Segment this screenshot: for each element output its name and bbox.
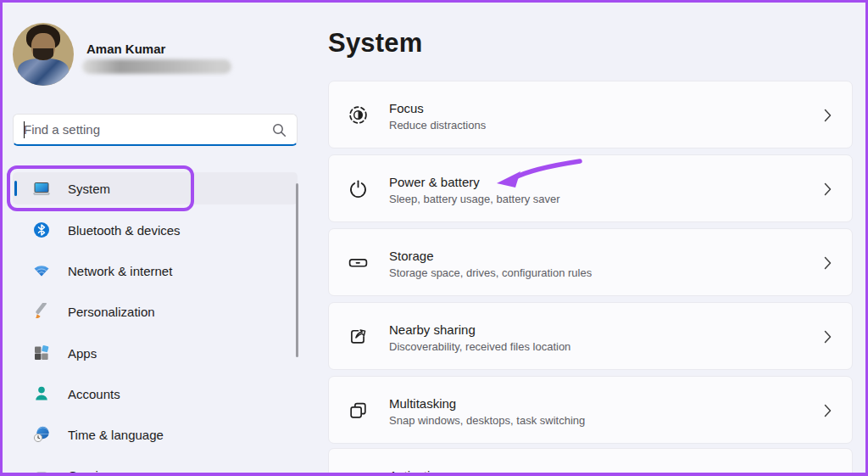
chevron-right-icon (824, 404, 832, 421)
sidebar-item-label: Gaming (68, 468, 113, 476)
sidebar-item-bluetooth-devices[interactable]: Bluetooth & devices (13, 214, 298, 246)
sidebar-scrollbar[interactable] (296, 183, 298, 357)
multitasking-icon (348, 400, 369, 421)
sidebar-item-label: Network & internet (68, 264, 172, 278)
card-subtitle: Storage space, drives, configuration rul… (389, 266, 592, 281)
card-subtitle: Reduce distractions (389, 118, 486, 133)
apps-icon (33, 344, 50, 361)
search-input[interactable] (24, 115, 261, 144)
selected-accent-bar (14, 181, 17, 196)
accounts-icon (33, 385, 50, 402)
time-language-icon (33, 426, 50, 443)
card-title: Activation (389, 468, 444, 476)
user-name: Aman Kumar (86, 42, 165, 56)
card-storage[interactable]: Storage Storage space, drives, configura… (328, 228, 853, 296)
sidebar-item-gaming[interactable]: Gaming (13, 459, 298, 476)
card-title: Power & battery (389, 174, 480, 191)
sidebar-item-apps[interactable]: Apps (13, 337, 298, 369)
card-title: Multitasking (389, 395, 456, 412)
card-power-battery[interactable]: Power & battery Sleep, battery usage, ba… (328, 154, 853, 222)
storage-icon (348, 252, 369, 273)
card-title: Storage (389, 248, 434, 265)
card-subtitle: Discoverability, received files location (389, 339, 570, 355)
bluetooth-icon (33, 221, 50, 238)
gaming-icon (33, 467, 50, 476)
activation-icon (348, 472, 369, 476)
card-subtitle: Sleep, battery usage, battery saver (389, 192, 560, 207)
sidebar-item-label: System (68, 182, 110, 196)
nearby-sharing-icon (348, 326, 369, 347)
avatar[interactable] (13, 23, 74, 86)
card-focus[interactable]: Focus Reduce distractions (328, 81, 853, 148)
brush-icon (33, 303, 50, 320)
chevron-right-icon (824, 330, 832, 347)
power-icon (348, 178, 369, 199)
sidebar-item-personalization[interactable]: Personalization (13, 295, 298, 328)
card-subtitle: Snap windows, desktops, task switching (389, 413, 585, 428)
chevron-right-icon (824, 182, 832, 199)
sidebar-item-label: Time & language (68, 428, 164, 442)
card-title: Focus (389, 100, 424, 117)
settings-window: Aman Kumar System Bluetooth & devices Ne… (0, 0, 868, 476)
sidebar-item-label: Bluetooth & devices (68, 223, 181, 238)
card-title: Nearby sharing (389, 322, 476, 339)
sidebar-item-label: Apps (68, 346, 97, 361)
sidebar-item-label: Personalization (68, 305, 155, 319)
chevron-right-icon (824, 256, 832, 273)
sidebar-item-accounts[interactable]: Accounts (13, 378, 298, 410)
system-icon (33, 180, 50, 197)
chevron-right-icon (824, 109, 832, 126)
focus-icon (348, 104, 369, 126)
card-nearby-sharing[interactable]: Nearby sharing Discoverability, received… (328, 302, 853, 370)
wifi-icon (33, 262, 50, 279)
sidebar-item-label: Accounts (68, 387, 120, 401)
sidebar-item-network-internet[interactable]: Network & internet (13, 255, 298, 287)
sidebar-item-time-language[interactable]: Time & language (13, 418, 298, 451)
card-activation[interactable]: Activation (328, 448, 853, 476)
search-icon[interactable] (272, 123, 287, 141)
search-box[interactable] (13, 114, 298, 146)
user-email-redacted (82, 59, 231, 74)
card-multitasking[interactable]: Multitasking Snap windows, desktops, tas… (328, 376, 853, 444)
sidebar-item-system[interactable]: System (13, 172, 298, 204)
page-title: System (328, 28, 423, 59)
